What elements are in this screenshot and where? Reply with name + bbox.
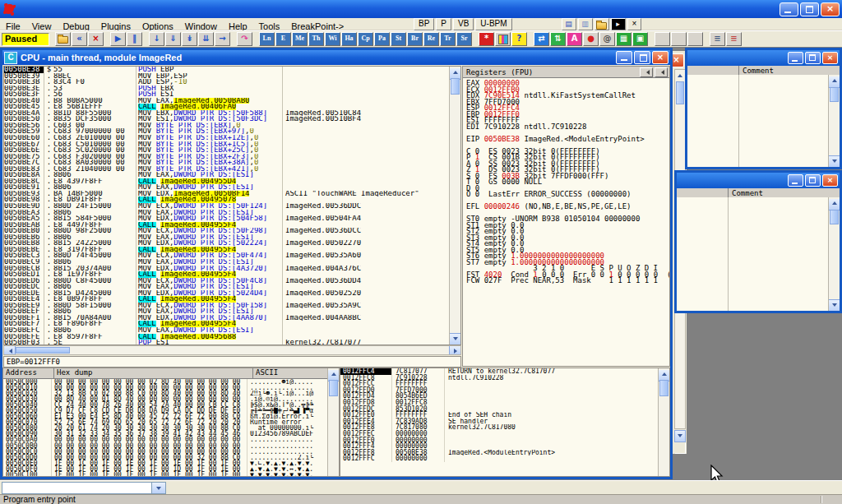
stack-row[interactable]: 0012FFE0FFFFFFFFEnd of SEH chain — [340, 412, 659, 418]
disasm-row[interactable]: 0050BE4A.8B1D 88F55000MOV EBX,DWORD PTR … — [4, 110, 450, 117]
scroll-thumb[interactable] — [659, 380, 669, 396]
disasm-row[interactable]: 0050BEA3.8B06MOV EAX,DWORD PTR DS:[ESI] — [4, 210, 450, 216]
disasm-row[interactable]: 0050BF03.5EPOP ESIkernel32.7C817077 — [4, 340, 450, 344]
scroll-thumb[interactable] — [16, 347, 70, 354]
run-button[interactable]: ▶ — [110, 32, 126, 46]
breakpoint-dot-button[interactable]: ● — [583, 32, 599, 46]
stack-row[interactable]: 0012FFCCFFFFFFFF — [340, 381, 659, 387]
console-icon-button[interactable]: ▸ — [611, 18, 626, 30]
stack-row[interactable]: 0012FFDC853D1020 — [340, 406, 659, 413]
dump-vscrollbar[interactable] — [327, 368, 339, 476]
stack-row[interactable]: 0012FFD48054B6ED — [340, 393, 659, 400]
maximize-button[interactable] — [805, 52, 821, 64]
scroll-thumb[interactable] — [676, 81, 684, 104]
stack-row[interactable]: 0012FFD80012FFC8 — [340, 400, 659, 406]
pane-button-th[interactable]: Th — [308, 32, 324, 46]
disasm-row[interactable]: 0050BECB.8B15 20374A00MOV EDX,DWORD PTR … — [4, 266, 450, 272]
stack-row[interactable]: 0012FFF400000000 — [340, 443, 659, 450]
open-file-button[interactable] — [55, 32, 71, 46]
pane-button-br[interactable]: Br — [407, 32, 423, 46]
disasm-row[interactable]: 0050BE8C.E8 4397F8FFCALL ImageRed.004955… — [4, 178, 450, 185]
pane-button-pa[interactable]: Pa — [374, 32, 390, 46]
disasm-row[interactable]: 0050BED6.8B0D C8F45000MOV ECX,DWORD PTR … — [4, 278, 450, 284]
pane-button-cp[interactable]: Cp — [358, 32, 373, 46]
blank-button-2[interactable] — [671, 32, 687, 46]
book-icon-button[interactable]: ▥ — [578, 18, 593, 30]
animate-over-button[interactable]: ⇊ — [198, 32, 214, 46]
registers-prev-button[interactable] — [640, 67, 653, 77]
disasm-row[interactable]: 0050BE3E.53PUSH EBX — [4, 86, 450, 92]
scroll-thumb[interactable] — [451, 78, 460, 95]
close-button[interactable]: × — [652, 51, 669, 64]
disasm-row[interactable]: 0050BEB0.8B0D 98F25000MOV ECX,DWORD PTR … — [4, 228, 450, 234]
pane-button-sr[interactable]: Sr — [456, 32, 472, 46]
disasm-row[interactable]: 0050BEC9.8B06MOV EAX,DWORD PTR DS:[ESI] — [4, 259, 450, 266]
window-body[interactable] — [677, 197, 829, 311]
minimize-button[interactable] — [780, 2, 798, 16]
folder-icon-button[interactable] — [594, 18, 609, 30]
disasm-row[interactable]: 0050BEE4.E8 0B97F8FFCALL ImageRed.004955… — [4, 296, 450, 303]
disasm-row[interactable]: 0050BE93.BA 14BF5000MOV EDX,ImageRed.005… — [4, 191, 450, 197]
disasm-row[interactable]: 0050BE67.C683 C5010000 00MOV BYTE PTR DS… — [4, 141, 450, 148]
close-button[interactable]: × — [822, 174, 838, 187]
disasm-row[interactable]: 0050BE50.8B35 DCF35000MOV ESI,DWORD PTR … — [4, 116, 450, 123]
registers-body[interactable]: EAX 00000000ECX 0012FFB0EDX 7C90E514 ntd… — [463, 78, 669, 284]
menu-close-button[interactable]: × — [627, 18, 642, 30]
minimize-button[interactable] — [788, 174, 803, 187]
disasm-row[interactable]: 0050BEA5.8B15 584F5000MOV EDX,DWORD PTR … — [4, 215, 450, 222]
stack-row[interactable]: 0012FFD07FFD7000 — [340, 387, 659, 394]
stack-vscrollbar[interactable] — [658, 368, 669, 476]
keyboard-plugin-button[interactable]: ▦ — [616, 32, 632, 46]
disasm-row[interactable]: 0050BED1.E8 1E97F8FFCALL ImageRed.004955… — [4, 271, 450, 278]
spiral-plugin-button[interactable]: @ — [599, 32, 615, 46]
disassembly-hscrollbar[interactable] — [3, 345, 461, 355]
vertical-scrollbar[interactable] — [828, 75, 840, 167]
stack-row[interactable]: 0012FFC87C910228ntdll.7C910228 — [340, 375, 659, 381]
menu-button-bp[interactable]: BP — [414, 18, 434, 30]
stack-row[interactable]: 0012FFF80050BE38ImageRed.<ModuleEntryPoi… — [340, 450, 659, 456]
pane-button-re[interactable]: Re — [423, 32, 439, 46]
resize-grip[interactable] — [675, 443, 686, 454]
disasm-row[interactable]: 0050BEC3.8B0D 74F45000MOV ECX,DWORD PTR … — [4, 252, 450, 259]
disasm-row[interactable]: 0050BE75.C683 F3020000 00MOV BYTE PTR DS… — [4, 154, 450, 160]
stack-row[interactable]: 0012FFEC00000000 — [340, 431, 659, 437]
fragment-scroll-down[interactable] — [674, 430, 686, 442]
disasm-row[interactable]: 0050BEBE.E8 3197F8FFCALL ImageRed.004955… — [4, 247, 450, 253]
pane-button-me[interactable]: Me — [292, 32, 308, 46]
disasm-row[interactable]: 0050BE40.B8 B0BA5000MOV EAX,ImageRed.005… — [4, 98, 450, 104]
registers-prev2-button[interactable] — [655, 67, 668, 77]
pane-button-ln[interactable]: Ln — [259, 32, 275, 46]
disasm-row[interactable]: 0050BEF7.E8 F896F8FFCALL ImageRed.004955… — [4, 321, 450, 327]
step-over-button[interactable]: ⇓ — [165, 32, 181, 46]
options-gear-button[interactable]: * — [479, 32, 494, 46]
disasm-row[interactable]: 0050BEFC.8B06MOV EAX,DWORD PTR DS:[ESI] — [4, 327, 450, 334]
stack-row[interactable]: 0012FFE87C817080kernel32.7C817080 — [340, 424, 659, 431]
stack-row[interactable]: 0012FFFC00000000 — [340, 455, 659, 462]
disasm-row[interactable]: 0050BE39.8BECMOV EBP,ESP — [4, 73, 450, 80]
disasm-row[interactable]: 0050BEEF.8B06MOV EAX,DWORD PTR DS:[ESI] — [4, 308, 450, 315]
disasm-row[interactable]: 0050BE38$55PUSH EBP — [4, 67, 450, 73]
a-plugin-button[interactable]: A — [567, 32, 582, 46]
scroll-thumb[interactable] — [830, 210, 839, 224]
goto-button[interactable]: ↷ — [237, 32, 252, 46]
command-input[interactable] — [2, 483, 151, 493]
scroll-thumb[interactable] — [329, 380, 338, 396]
menu-button-vb[interactable]: VB — [453, 18, 474, 30]
scroll-down-button[interactable] — [450, 333, 460, 344]
disasm-row[interactable]: 0050BE7C.C683 8A030000 00MOV BYTE PTR DS… — [4, 160, 450, 166]
menu-button-p[interactable]: P — [436, 18, 451, 30]
disasm-row[interactable]: 0050BE3F.56PUSH ESI — [4, 91, 450, 98]
disasm-row[interactable]: 0050BEF1.8B15 70A84A00MOV EDX,DWORD PTR … — [4, 315, 450, 321]
scroll-down-button[interactable] — [829, 155, 840, 167]
close-button[interactable]: × — [821, 2, 840, 16]
stack-row[interactable]: 0012FFE47C839AD8SE handler — [340, 418, 659, 425]
log-view-button[interactable]: ≡ — [710, 32, 725, 46]
vertical-scrollbar[interactable] — [828, 197, 840, 311]
disasm-row[interactable]: 0050BE91.8B06MOV EAX,DWORD PTR DS:[ESI] — [4, 184, 450, 191]
disasm-row[interactable]: 0050BEE9.8B0D 58F15000MOV ECX,DWORD PTR … — [4, 303, 450, 309]
command-combobox[interactable] — [2, 482, 166, 494]
disasm-row[interactable]: 0050BE8A.8B06MOV EAX,DWORD PTR DS:[ESI] — [4, 172, 450, 178]
animate-into-button[interactable]: ↡ — [182, 32, 197, 46]
dump-row[interactable]: 0050C1001F 00 1F 00 1F 00 1F 00 1F 00 1F… — [3, 472, 328, 476]
disasm-row[interactable]: 0050BEAB.E8 4497F8FFCALL ImageRed.004955… — [4, 222, 450, 229]
